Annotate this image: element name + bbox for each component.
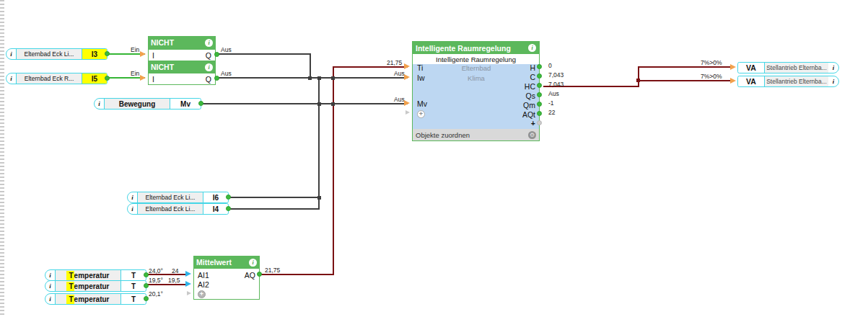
info-icon[interactable]: i — [6, 73, 16, 84]
output-connector[interactable] — [144, 296, 149, 301]
output-connector-hc[interactable] — [537, 83, 542, 88]
wire-i4 — [229, 208, 320, 210]
input-ref-i5[interactable]: i Elternbad Eck R... I5 — [6, 73, 108, 84]
input-connector-ai1[interactable] — [185, 271, 191, 277]
input-port-i4: I4 — [203, 204, 228, 214]
info-icon[interactable]: i — [528, 44, 536, 52]
output-c: C — [530, 73, 535, 81]
info-icon[interactable]: i — [6, 49, 16, 59]
assign-objects-bar[interactable]: Objekte zuordnen ⚙ — [413, 129, 539, 140]
nicht1-input-i: I — [152, 51, 154, 60]
info-icon[interactable]: i — [45, 294, 55, 304]
nicht2-body[interactable]: I Q — [148, 73, 216, 85]
wire-value-aq: 21,75 — [265, 267, 280, 274]
output-connector[interactable] — [105, 51, 110, 56]
input-connector[interactable] — [730, 78, 736, 84]
output-ref-va2[interactable]: VA Stellantrieb Elternba... i — [737, 76, 839, 87]
input-connector-iw[interactable] — [404, 74, 410, 80]
mittelwert-body[interactable]: AI1 AI2 AQ + — [193, 268, 260, 300]
input-connector-mv[interactable] — [404, 100, 410, 106]
room-controller-header[interactable]: Intelligente Raumregelung i — [413, 42, 539, 54]
input-ref-label: Bewegung — [104, 99, 170, 109]
room-controller-title: Intelligente Raumregelung — [416, 44, 511, 53]
output-connector-h[interactable] — [537, 64, 542, 69]
input-ref-i3[interactable]: i Elternbad Eck Li... I3 — [6, 48, 108, 60]
output-qm: Qm — [523, 102, 535, 110]
info-icon[interactable]: i — [205, 39, 213, 47]
wire-junction — [331, 102, 335, 106]
add-input-button[interactable]: + — [417, 110, 425, 118]
info-icon[interactable]: i — [249, 259, 257, 267]
add-output-button[interactable]: + — [531, 120, 535, 128]
info-icon[interactable]: i — [45, 270, 55, 280]
output-connector[interactable] — [198, 101, 203, 106]
output-connector-qs[interactable] — [537, 92, 542, 97]
output-hc: HC — [525, 83, 535, 91]
wire-to-va2 — [638, 80, 732, 81]
wire-junction — [317, 102, 321, 106]
input-connector-plus[interactable] — [187, 291, 191, 295]
input-ref-temp2[interactable]: i Temperatur T — [45, 280, 146, 292]
input-ref-i4[interactable]: i Elternbad Eck Li... I4 — [127, 203, 229, 215]
output-connector[interactable] — [105, 76, 110, 81]
output-connector[interactable] — [226, 195, 231, 200]
input-ref-label: Elternbad Eck Li... — [137, 204, 203, 214]
nicht1-header[interactable]: NICHT i — [148, 36, 216, 49]
output-aq: AQ — [245, 272, 255, 280]
wire-label-ein: Ein — [131, 71, 139, 77]
input-connector-ai2[interactable] — [185, 281, 191, 287]
output-connector-aqt[interactable] — [537, 111, 542, 116]
gear-icon[interactable]: ⚙ — [528, 131, 536, 139]
output-ref-va1[interactable]: VA Stellantrieb Elternba... i — [737, 62, 839, 73]
input-ref-label: Temperatur — [55, 294, 121, 304]
nicht2-output-q: Q — [206, 75, 211, 84]
input-connector-plus[interactable] — [405, 110, 410, 115]
nicht2-header[interactable]: NICHT i — [148, 61, 216, 73]
info-icon[interactable]: i — [45, 281, 55, 291]
add-input-button[interactable]: + — [198, 290, 206, 298]
input-ref-label: Elternbad Eck Li... — [137, 192, 203, 202]
input-connector-ti[interactable] — [404, 63, 410, 69]
output-connector-c[interactable] — [537, 73, 542, 79]
wire-value-ti: 21,75 — [387, 60, 402, 66]
mittelwert-header[interactable]: Mittelwert i — [193, 256, 260, 269]
input-ref-label: Elternbad Eck R... — [16, 73, 82, 84]
output-connector[interactable] — [214, 52, 219, 57]
nicht1-body[interactable]: I Q — [148, 49, 216, 61]
input-port-t: T — [121, 294, 146, 304]
info-icon[interactable]: i — [95, 99, 104, 109]
input-connector[interactable] — [730, 64, 736, 70]
page-edge-marks — [0, 0, 4, 317]
wire-to-ti — [333, 66, 408, 68]
input-ref-bewegung[interactable]: i Bewegung Mv — [94, 98, 201, 110]
output-connector[interactable] — [214, 76, 219, 81]
output-connector-qm[interactable] — [537, 102, 542, 107]
wire-aq-h — [261, 274, 334, 275]
wire-aq-v — [333, 66, 334, 275]
output-connector[interactable] — [144, 272, 149, 277]
room-controller-block[interactable]: Intelligente Raumregelung i Intelligente… — [412, 41, 540, 141]
input-ref-temp1[interactable]: i Temperatur T — [45, 269, 146, 281]
input-ref-temp3[interactable]: i Temperatur T — [45, 293, 146, 305]
info-icon[interactable]: i — [828, 63, 838, 73]
info-icon[interactable]: i — [128, 204, 137, 214]
output-connector[interactable] — [226, 206, 231, 211]
info-icon[interactable]: i — [828, 76, 838, 86]
input-port-i5: I5 — [82, 73, 107, 84]
info-icon[interactable]: i — [205, 63, 213, 71]
input-port-mv: Mv — [170, 99, 201, 109]
wire-junction — [331, 76, 335, 80]
output-connector[interactable] — [144, 283, 149, 288]
nicht2-input-i: I — [152, 75, 154, 84]
input-connector[interactable] — [140, 51, 146, 57]
room-name: Elternbad — [433, 64, 520, 72]
output-connector-plus[interactable] — [537, 120, 542, 125]
search-highlight: T — [66, 295, 74, 304]
input-connector[interactable] — [140, 75, 146, 81]
diagram-canvas[interactable]: Ein Aus Ein Aus 21,75 Aus Aus 7%>0% 7%>0… — [0, 0, 868, 317]
nicht1-output-q: Q — [206, 51, 211, 60]
input-ref-i6[interactable]: i Elternbad Eck Li... I6 — [127, 192, 229, 203]
wire-window-bus-v — [318, 77, 320, 210]
info-icon[interactable]: i — [128, 192, 137, 202]
output-connector-aq[interactable] — [257, 272, 262, 277]
